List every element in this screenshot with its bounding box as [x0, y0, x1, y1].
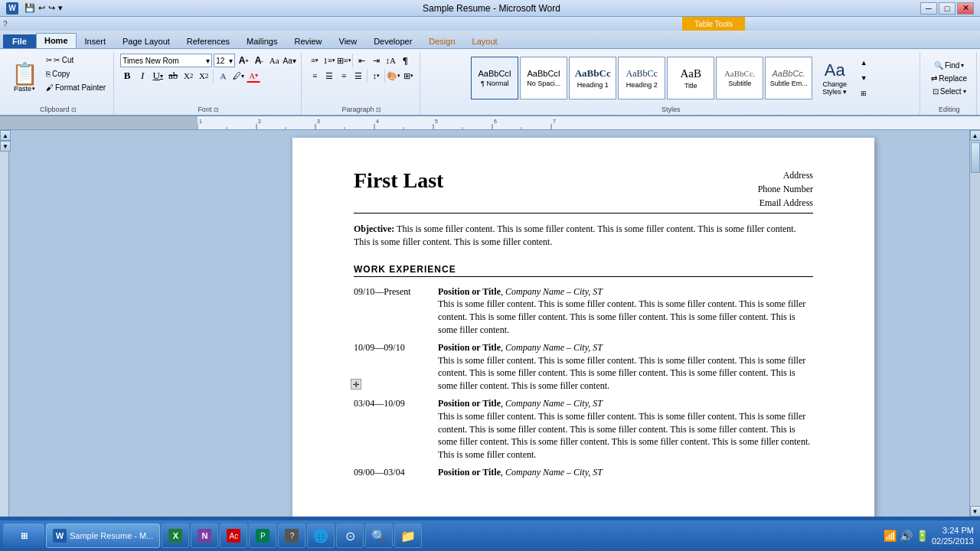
job-title-2: Position or Title, Company Name – City, …	[438, 341, 813, 354]
tab-page-layout[interactable]: Page Layout	[114, 34, 178, 48]
job-content-4: Position or Title, Company Name – City, …	[430, 464, 813, 481]
highlight-button[interactable]: 🖊▾	[231, 69, 245, 83]
styles-gallery: AaBbCcI ¶ Normal AaBbCcI No Spaci... AaB…	[471, 52, 871, 104]
change-styles-button[interactable]: Aa ChangeStyles ▾	[814, 60, 855, 96]
tab-layout[interactable]: Layout	[464, 34, 506, 48]
style-title[interactable]: AaB Title	[667, 57, 714, 99]
style-heading2[interactable]: AaBbCc Heading 2	[618, 57, 665, 99]
paste-button[interactable]: 📋 Paste ▾	[8, 54, 41, 103]
font-expand[interactable]: ⊡	[214, 106, 219, 113]
italic-button[interactable]: I	[136, 69, 149, 83]
decrease-indent-button[interactable]: ⇤	[354, 54, 368, 67]
increase-indent-button[interactable]: ⇥	[369, 54, 383, 67]
maximize-button[interactable]: □	[939, 2, 956, 15]
editing-label: Editing	[939, 104, 960, 115]
bold-button[interactable]: B	[120, 69, 134, 83]
minimize-button[interactable]: ─	[920, 2, 937, 15]
quick-save[interactable]: 💾	[24, 3, 35, 13]
borders-button[interactable]: ⊞▾	[401, 69, 415, 83]
scroll-up-button[interactable]: ▲	[970, 130, 981, 141]
tab-view[interactable]: View	[331, 34, 366, 48]
taskbar-onenote-app[interactable]: N	[191, 523, 218, 548]
clipboard-expand[interactable]: ⊡	[71, 106, 77, 113]
taskbar-ie-app[interactable]: 🌐	[307, 523, 335, 548]
clear-format-button[interactable]: Aa	[267, 54, 281, 67]
scroll-down-button[interactable]: ▼	[970, 506, 981, 517]
tab-developer[interactable]: Developer	[365, 34, 420, 48]
font-size-selector[interactable]: 12 ▾	[214, 54, 235, 67]
document-area[interactable]: ✛ First Last Address Phone Number Email …	[198, 130, 969, 517]
start-button[interactable]: ⊞	[3, 523, 44, 548]
taskbar-acrobat-app[interactable]: Ac	[220, 523, 247, 548]
tab-design[interactable]: Design	[420, 34, 463, 48]
underline-button[interactable]: U▾	[151, 69, 165, 83]
replace-button[interactable]: ⇄ Replace	[926, 73, 972, 84]
show-hide-button[interactable]: ¶	[398, 54, 412, 67]
table-row: 09/10—Present Position or Title, Company…	[354, 283, 813, 339]
taskbar-excel-app[interactable]: X	[162, 523, 189, 548]
job-date-2: 10/09—09/10	[354, 339, 430, 395]
tab-insert[interactable]: Insert	[77, 34, 115, 48]
copy-button[interactable]: ⎘ Copy	[43, 67, 109, 80]
justify-button[interactable]: ☰	[351, 69, 365, 83]
table-move-icon[interactable]: ✛	[351, 379, 361, 390]
system-clock[interactable]: 3:24 PM 02/25/2013	[932, 525, 974, 547]
superscript-button[interactable]: X2	[197, 69, 211, 83]
style-h1-label: Heading 1	[577, 81, 609, 89]
select-button[interactable]: ⊡ Select ▾	[928, 86, 971, 97]
cut-button[interactable]: ✂ ✂ Cut	[43, 54, 109, 67]
tab-file[interactable]: File	[3, 34, 36, 48]
multilevel-list-button[interactable]: ⊞≡▾	[337, 54, 351, 67]
font-grow-button[interactable]: A+	[237, 54, 250, 67]
taskbar-search-app[interactable]: 🔍	[365, 523, 393, 548]
close-button[interactable]: ✕	[957, 2, 974, 15]
align-right-button[interactable]: ≡	[337, 69, 351, 83]
scroll-left-down[interactable]: ▼	[0, 141, 11, 152]
style-heading1[interactable]: AaBbCc Heading 1	[569, 57, 616, 99]
scroll-left-up[interactable]: ▲	[0, 130, 11, 141]
strikethrough-button[interactable]: ab	[166, 69, 180, 83]
style-no-spacing[interactable]: AaBbCcI No Spaci...	[520, 57, 567, 99]
style-subtle-em[interactable]: AaBbCc. Subtle Em...	[765, 57, 812, 99]
taskbar-publisher-app[interactable]: P	[249, 523, 276, 548]
tab-review[interactable]: Review	[286, 34, 330, 48]
line-spacing-button[interactable]: ↕▾	[369, 69, 383, 83]
font-color-button[interactable]: A▾	[247, 69, 260, 83]
bullets-button[interactable]: ≡▾	[308, 54, 322, 67]
quick-dropdown[interactable]: ▾	[58, 3, 63, 13]
text-effects-button[interactable]: A	[216, 69, 230, 83]
shading-button[interactable]: 🎨▾	[387, 69, 400, 83]
taskbar-files-app[interactable]: 📁	[394, 523, 422, 548]
scroll-thumb[interactable]	[971, 142, 980, 173]
style-subtitle[interactable]: AaBbCc. Subtitle	[716, 57, 763, 99]
taskbar-chrome-app[interactable]: ⊙	[336, 523, 364, 548]
subscript-button[interactable]: X2	[181, 69, 195, 83]
styles-scroll-down[interactable]: ▼	[857, 71, 871, 85]
paragraph-expand[interactable]: ⊡	[376, 106, 381, 113]
tab-mailings[interactable]: Mailings	[238, 34, 286, 48]
case-button[interactable]: Aa▾	[283, 54, 296, 67]
help-icon[interactable]: ?	[3, 20, 8, 28]
styles-more[interactable]: ⊞	[857, 86, 871, 100]
document-page: ✛ First Last Address Phone Number Email …	[292, 138, 874, 517]
style-normal[interactable]: AaBbCcI ¶ Normal	[471, 57, 518, 99]
format-painter-button[interactable]: 🖌 Format Painter	[43, 81, 109, 94]
taskbar-unknown-app[interactable]: ?	[278, 523, 305, 548]
tab-references[interactable]: References	[178, 34, 238, 48]
find-button[interactable]: 🔍 Find ▾	[929, 60, 969, 71]
align-left-button[interactable]: ≡	[308, 69, 322, 83]
quick-redo[interactable]: ↪	[48, 3, 55, 13]
taskbar-word-app[interactable]: W Sample Resume - M...	[46, 523, 160, 548]
align-center-button[interactable]: ☰	[322, 69, 336, 83]
font-name-selector[interactable]: Times New Rom ▾	[120, 54, 212, 67]
tab-home[interactable]: Home	[36, 33, 77, 48]
main-area: ▲ ▼ ✛ First Last Address Phone Number Em…	[0, 130, 980, 517]
styles-scroll-up[interactable]: ▲	[857, 56, 871, 70]
font-name-dropdown-icon: ▾	[206, 57, 210, 65]
numbering-button[interactable]: 1≡▾	[322, 54, 336, 67]
sort-button[interactable]: ↕A	[384, 54, 397, 67]
section-header-table: WORK EXPERIENCE	[354, 258, 813, 277]
quick-undo[interactable]: ↩	[38, 3, 45, 13]
contact-phone: Phone Number	[758, 182, 813, 196]
font-shrink-button[interactable]: A-	[252, 54, 266, 67]
